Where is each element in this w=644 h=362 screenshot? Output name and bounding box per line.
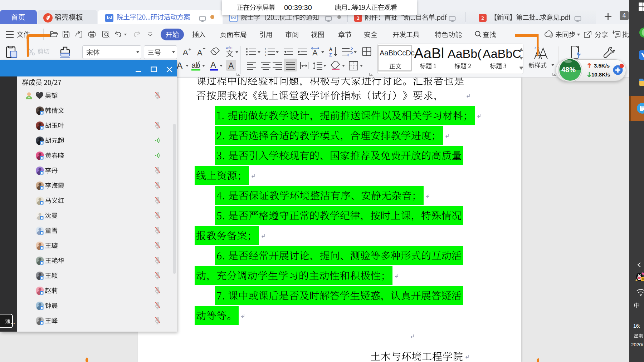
- svg-text:A: A: [183, 48, 188, 57]
- svg-text:A: A: [312, 48, 318, 56]
- svg-text:2: 2: [357, 15, 360, 21]
- svg-text:A: A: [329, 47, 332, 52]
- svg-text:1: 1: [265, 48, 266, 50]
- svg-text:A: A: [197, 48, 203, 57]
- svg-text:2: 2: [265, 51, 266, 53]
- svg-text:A: A: [228, 61, 234, 70]
- svg-text:A: A: [210, 60, 216, 70]
- svg-text:2: 2: [481, 15, 484, 21]
- svg-text:3: 3: [265, 54, 266, 56]
- svg-text:A: A: [176, 61, 183, 71]
- svg-text:Z: Z: [329, 53, 332, 57]
- svg-text:wén: wén: [225, 46, 232, 50]
